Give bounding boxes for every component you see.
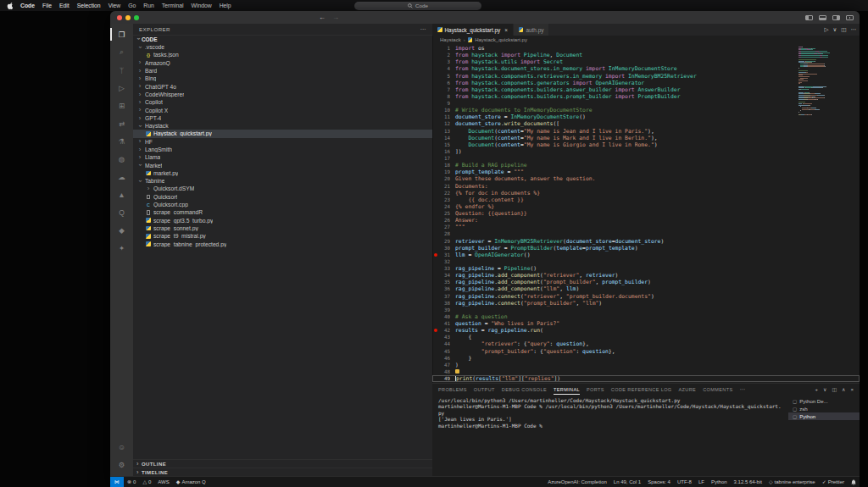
run-button-icon[interactable]: ▷ — [825, 26, 829, 33]
close-window-button[interactable] — [117, 15, 122, 20]
breadcrumb-item[interactable]: Haystack_quickstart.py — [475, 37, 527, 42]
status-python-interpreter[interactable]: 3.12.5 64-bit — [731, 477, 765, 487]
code-line-12[interactable]: 12document_store.write_documents([ — [432, 120, 860, 127]
code-line-18[interactable]: 18# Build a RAG pipeline — [432, 162, 860, 169]
status-errors[interactable]: ⊗0 — [124, 477, 139, 487]
activity-testing-icon[interactable]: ⚗ — [110, 132, 133, 150]
breadcrumb[interactable]: Haystack›Haystack_quickstart.py — [432, 36, 860, 44]
terminal-python[interactable]: ▢Python — [788, 412, 860, 420]
folder-vscode[interactable]: ›.vscode — [133, 43, 432, 51]
code-line-37[interactable]: 37rag_pipeline.connect("retriever", "pro… — [432, 293, 860, 300]
menu-file[interactable]: File — [42, 3, 52, 8]
status-indentation[interactable]: Spaces: 4 — [644, 477, 674, 487]
status-cursor-position[interactable]: Ln 49, Col 1 — [610, 477, 644, 487]
panel-tab-terminal[interactable]: TERMINAL — [554, 384, 580, 395]
maximize-panel-icon[interactable]: ∧ — [842, 386, 845, 392]
status-language-mode[interactable]: Python — [708, 477, 731, 487]
code-editor[interactable]: 1import os2from haystack import Pipeline… — [432, 44, 860, 383]
code-line-8[interactable]: 8from haystack.components.builders.promp… — [432, 93, 860, 100]
file-haystack-quickstart-py[interactable]: Haystack_quickstart.py — [133, 130, 432, 137]
code-line-25[interactable]: 25Question: {{question}} — [432, 210, 860, 217]
code-line-22[interactable]: 22{% for doc in documents %} — [432, 190, 860, 196]
code-line-15[interactable]: 15 Document(content="My name is Giorgio … — [432, 141, 860, 148]
panel-tab-debug-console[interactable]: DEBUG CONSOLE — [502, 384, 547, 395]
code-line-47[interactable]: 47) — [432, 362, 860, 368]
status-eol[interactable]: LF — [695, 477, 708, 487]
status-encoding[interactable]: UTF-8 — [674, 477, 695, 487]
section-outline[interactable]: ›OUTLINE — [133, 459, 432, 468]
split-terminal-icon[interactable]: ◫ — [832, 386, 837, 392]
menu-window[interactable]: Window — [191, 3, 211, 8]
code-line-34[interactable]: 34rag_pipeline.add_component("retriever"… — [432, 272, 860, 279]
code-line-48[interactable]: 48 — [432, 368, 860, 375]
panel-tabs-more-icon[interactable]: ⋯ — [739, 386, 745, 393]
breakpoint-icon[interactable] — [434, 253, 438, 257]
activity-source-control-icon[interactable]: ᛘ — [110, 61, 133, 79]
folder-bing[interactable]: ›Bing — [133, 75, 432, 82]
code-line-46[interactable]: 46 } — [432, 355, 860, 362]
file-quicksort-cpp[interactable]: CQuicksort.cpp — [133, 201, 432, 208]
code-line-9[interactable]: 9 — [432, 100, 860, 107]
close-panel-icon[interactable]: × — [850, 387, 854, 392]
menu-app-name[interactable]: Code — [20, 3, 35, 8]
section-timeline[interactable]: ›TIMELINE — [133, 468, 432, 476]
menu-go[interactable]: Go — [128, 3, 136, 8]
status-remote-indicator[interactable]: ⋈ — [110, 477, 124, 487]
folder-market[interactable]: ›Market — [133, 161, 432, 169]
tab-haystack-quickstart-py[interactable]: Haystack_quickstart.py× — [432, 24, 514, 36]
code-line-23[interactable]: 23 {{ doc.content }} — [432, 196, 860, 203]
folder-haystack[interactable]: ›Haystack — [133, 122, 432, 130]
status-amazon-q[interactable]: ◆Amazon Q — [173, 477, 209, 487]
activity-tabnine-icon[interactable]: ◆ — [110, 221, 133, 239]
status-prettier[interactable]: ✓Prettier — [819, 477, 848, 487]
navigate-back-icon[interactable]: ← — [319, 11, 326, 24]
status-azure-openai[interactable]: AzureOpenAI: Completion — [544, 477, 610, 487]
code-line-41[interactable]: 41question = "Who lives in Paris?" — [432, 320, 860, 327]
folder-amazonq[interactable]: ›AmazonQ — [133, 59, 432, 67]
code-line-45[interactable]: 45 "prompt_builder": {"question": questi… — [432, 348, 860, 355]
file-scrape-t9-mistral-py[interactable]: scrape_t9_mistral.py — [133, 232, 432, 240]
breakpoint-icon[interactable] — [434, 329, 438, 333]
customize-layout-icon[interactable] — [846, 15, 854, 20]
tab-auth-py[interactable]: auth.py — [514, 24, 549, 36]
menu-terminal[interactable]: Terminal — [162, 3, 184, 8]
toggle-secondary-sidebar-icon[interactable] — [832, 15, 840, 20]
code-line-20[interactable]: 20Given these documents, answer the ques… — [432, 175, 860, 182]
code-line-17[interactable]: 17 — [432, 155, 860, 162]
code-line-21[interactable]: 21Documents: — [432, 183, 860, 190]
activity-codewhisperer-icon[interactable]: ✦ — [110, 239, 133, 257]
code-line-30[interactable]: 30prompt_builder = PromptBuilder(templat… — [432, 245, 860, 252]
code-line-27[interactable]: 27""" — [432, 224, 860, 230]
file-scrape-gpt3-5-turbo-py[interactable]: scrape_gpt3.5_turbo.py — [133, 217, 432, 224]
file-scrape-sonnet-py[interactable]: scrape_sonnet.py — [133, 224, 432, 232]
code-line-42[interactable]: 42results = rag_pipeline.run( — [432, 327, 860, 334]
workspace-section[interactable]: › CODE — [133, 35, 432, 43]
more-actions-icon[interactable]: ⋯ — [851, 26, 857, 33]
activity-amazon-q-icon[interactable]: Q — [110, 203, 133, 221]
terminal-dropdown-icon[interactable]: ∨ — [823, 386, 826, 392]
code-line-43[interactable]: 43 { — [432, 334, 860, 340]
folder-copilot-x[interactable]: ›Copilot X — [133, 106, 432, 113]
folder-chatgpt-4o[interactable]: ›ChatGPT 4o — [133, 82, 432, 90]
menu-search[interactable]: Code — [354, 2, 481, 10]
code-line-26[interactable]: 26Answer: — [432, 217, 860, 224]
activity-account-icon[interactable]: ☺ — [110, 438, 133, 456]
status-warnings[interactable]: △0 — [139, 477, 154, 487]
apple-menu[interactable] — [7, 2, 13, 9]
folder-quicksort-dsym[interactable]: ›Quicksort.dSYM — [133, 185, 432, 192]
folder-bard[interactable]: ›Bard — [133, 67, 432, 75]
status-notifications[interactable] — [848, 477, 860, 487]
new-terminal-icon[interactable]: + — [815, 387, 818, 392]
code-line-10[interactable]: 10# Write documents to InMemoryDocumentS… — [432, 107, 860, 113]
activity-explorer-icon[interactable]: ❐ — [110, 25, 133, 43]
code-line-19[interactable]: 19prompt_template = """ — [432, 169, 860, 175]
run-dropdown-icon[interactable]: ∨ — [833, 26, 837, 33]
file-scrape-tabnine-protected-py[interactable]: scrape_tabnine_protected.py — [133, 240, 432, 247]
code-line-38[interactable]: 38rag_pipeline.connect("prompt_builder",… — [432, 300, 860, 307]
zoom-window-button[interactable] — [134, 15, 139, 20]
code-line-14[interactable]: 14 Document(content="My name is Mark and… — [432, 135, 860, 141]
file-quicksort[interactable]: Quicksort — [133, 193, 432, 201]
activity-settings-icon[interactable]: ⚙ — [110, 456, 133, 473]
code-line-1[interactable]: 1import os — [432, 45, 860, 52]
folder-copilot[interactable]: ›Copilot — [133, 98, 432, 106]
